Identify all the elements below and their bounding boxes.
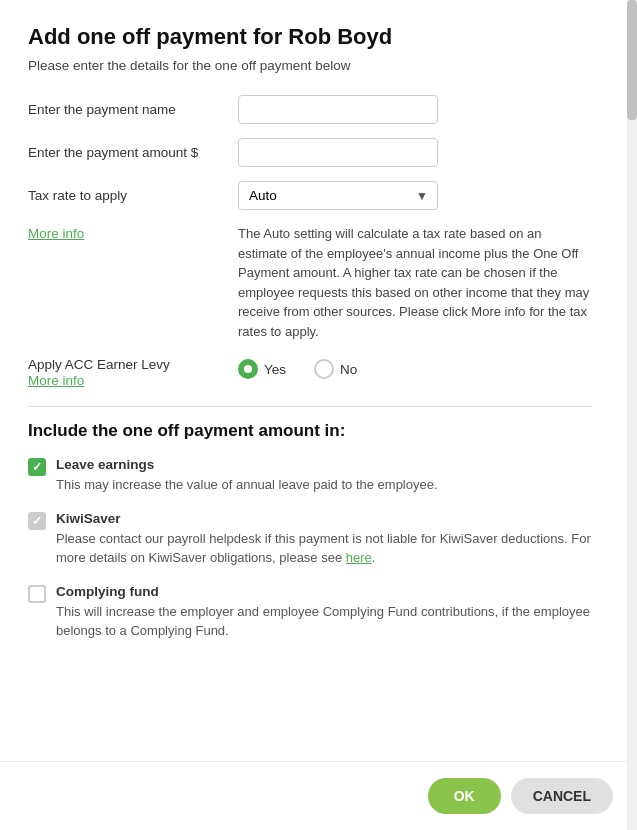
dialog-title: Add one off payment for Rob Boyd: [28, 24, 592, 50]
cancel-button[interactable]: CANCEL: [511, 778, 613, 814]
kiwisaver-label: KiwiSaver: [56, 511, 592, 526]
acc-yes-radio[interactable]: [238, 359, 258, 379]
kiwisaver-checkbox[interactable]: [28, 512, 46, 530]
leave-earnings-content: Leave earnings This may increase the val…: [56, 457, 438, 495]
kiwisaver-desc: Please contact our payroll helpdesk if t…: [56, 531, 591, 566]
acc-yes-label: Yes: [264, 362, 286, 377]
more-info-link[interactable]: More info: [28, 224, 238, 341]
dialog-subtitle: Please enter the details for the one off…: [28, 58, 592, 73]
complying-fund-checkbox[interactable]: [28, 585, 46, 603]
payment-amount-input[interactable]: [238, 138, 438, 167]
acc-more-info-link[interactable]: More info: [28, 373, 84, 388]
section-divider: [28, 406, 592, 407]
leave-earnings-checkbox[interactable]: [28, 458, 46, 476]
footer-buttons: OK CANCEL: [0, 761, 637, 830]
payment-name-label: Enter the payment name: [28, 102, 238, 117]
scrollbar-track[interactable]: [627, 0, 637, 830]
payment-name-input[interactable]: [238, 95, 438, 124]
acc-no-label: No: [340, 362, 357, 377]
scrollbar-thumb[interactable]: [627, 0, 637, 120]
leave-earnings-item: Leave earnings This may increase the val…: [28, 457, 592, 495]
payment-amount-row: Enter the payment amount $: [28, 138, 592, 167]
complying-fund-label: Complying fund: [56, 584, 592, 599]
acc-no-option[interactable]: No: [314, 359, 357, 379]
leave-earnings-label: Leave earnings: [56, 457, 438, 472]
acc-no-radio[interactable]: [314, 359, 334, 379]
tax-rate-label: Tax rate to apply: [28, 188, 238, 203]
payment-amount-label: Enter the payment amount $: [28, 145, 238, 160]
ok-button[interactable]: OK: [428, 778, 501, 814]
payment-name-row: Enter the payment name: [28, 95, 592, 124]
kiwisaver-content: KiwiSaver Please contact our payroll hel…: [56, 511, 592, 568]
tax-info-row: More info The Auto setting will calculat…: [28, 224, 592, 341]
dialog-container: Add one off payment for Rob Boyd Please …: [0, 0, 620, 757]
tax-info-text: The Auto setting will calculate a tax ra…: [238, 224, 592, 341]
tax-rate-select-wrapper: Auto 10.5% 17.5% 21% 30% 33% 39% ▼: [238, 181, 438, 210]
acc-row: Apply ACC Earner Levy More info Yes No: [28, 357, 592, 388]
kiwisaver-item: KiwiSaver Please contact our payroll hel…: [28, 511, 592, 568]
leave-earnings-desc: This may increase the value of annual le…: [56, 477, 438, 492]
tax-rate-select[interactable]: Auto 10.5% 17.5% 21% 30% 33% 39%: [238, 181, 438, 210]
complying-fund-desc: This will increase the employer and empl…: [56, 604, 590, 639]
include-section-title: Include the one off payment amount in:: [28, 421, 592, 441]
acc-radio-group: Yes No: [238, 357, 357, 379]
acc-label-block: Apply ACC Earner Levy More info: [28, 357, 238, 388]
acc-yes-option[interactable]: Yes: [238, 359, 286, 379]
acc-label: Apply ACC Earner Levy: [28, 357, 238, 372]
complying-fund-item: Complying fund This will increase the em…: [28, 584, 592, 641]
tax-rate-row: Tax rate to apply Auto 10.5% 17.5% 21% 3…: [28, 181, 592, 210]
kiwisaver-here-link[interactable]: here: [346, 550, 372, 565]
complying-fund-content: Complying fund This will increase the em…: [56, 584, 592, 641]
